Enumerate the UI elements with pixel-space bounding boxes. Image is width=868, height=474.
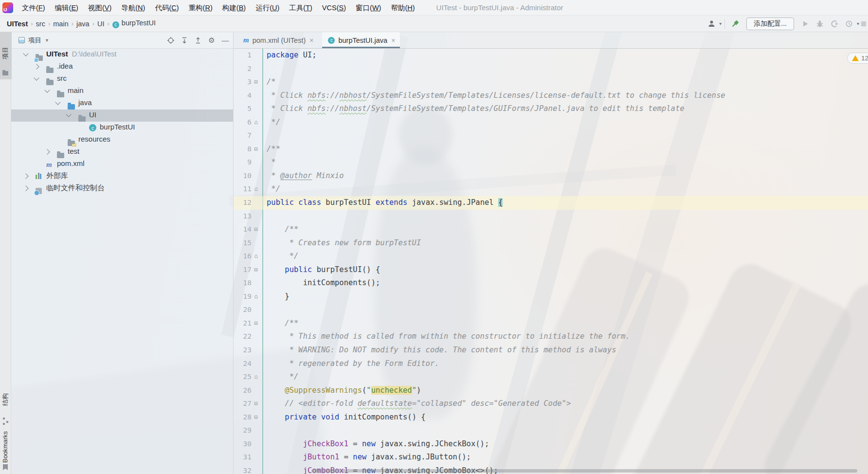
stripe-label-project: 项目	[1, 47, 10, 59]
profiler-icon[interactable]	[843, 18, 855, 30]
tree-item-test[interactable]: test	[11, 146, 233, 158]
fold-open-icon[interactable]: ⊟	[252, 263, 260, 277]
breadcrumb-item-java[interactable]: java	[74, 19, 91, 29]
hide-panel-icon[interactable]: —	[219, 35, 231, 46]
tree-item-burpTestUI[interactable]: burpTestUI	[11, 122, 233, 134]
tree-item-临时文件和控制台[interactable]: 临时文件和控制台	[11, 182, 233, 195]
chevron-down-icon[interactable]	[34, 75, 39, 80]
fold-close-icon[interactable]: ⌂	[252, 290, 260, 304]
chevron-down-icon[interactable]	[66, 111, 71, 117]
fold-gutter	[252, 330, 260, 344]
menu-item-7[interactable]: 运行(U)	[251, 0, 284, 16]
editor-tab-burpTestUI.java[interactable]: burpTestUI.java×	[322, 32, 400, 48]
user-caret-icon[interactable]: ▾	[719, 21, 722, 26]
menu-item-8[interactable]: 工具(T)	[284, 0, 317, 16]
chevron-right-icon[interactable]	[23, 185, 28, 191]
chevron-right-icon[interactable]	[23, 173, 28, 179]
chevron-right-icon[interactable]	[44, 149, 50, 154]
fold-gutter	[252, 237, 260, 250]
tree-item-label: java	[78, 98, 92, 107]
menu-item-0[interactable]: 文件(F)	[17, 0, 50, 16]
tree-item-UI[interactable]: UI	[11, 109, 233, 122]
menu-item-10[interactable]: 窗口(W)	[351, 0, 386, 16]
coverage-icon[interactable]	[828, 18, 841, 30]
panel-settings-gear-icon[interactable]: ⚙	[206, 35, 217, 46]
maven-icon	[243, 36, 249, 44]
menu-item-11[interactable]: 帮助(H)	[386, 0, 419, 16]
run-options-caret-icon[interactable]: ▾	[857, 21, 859, 26]
line-number: 15	[234, 237, 252, 250]
debug-icon[interactable]	[814, 18, 826, 30]
fold-open-icon[interactable]: ⊟	[252, 75, 260, 89]
fold-open-icon[interactable]: ⊟	[252, 397, 260, 411]
tree-item-src[interactable]: src	[11, 73, 233, 85]
tree-item-resources[interactable]: resources	[11, 134, 233, 146]
horizontal-scrollbar[interactable]	[311, 469, 857, 473]
code-text	[260, 303, 267, 317]
tree-item-java[interactable]: java	[11, 97, 233, 109]
menu-item-1[interactable]: 编辑(E)	[50, 0, 83, 16]
line-number: 5	[234, 102, 252, 116]
fold-open-icon[interactable]: ⊟	[252, 411, 260, 424]
chevron-down-icon[interactable]	[44, 87, 50, 92]
menu-item-9[interactable]: VCS(S)	[317, 0, 351, 16]
tab-close-icon[interactable]: ×	[391, 37, 395, 44]
menu-item-6[interactable]: 构建(B)	[217, 0, 251, 16]
add-configuration-button[interactable]: 添加配置...	[746, 18, 794, 30]
class-icon	[89, 124, 96, 131]
fold-close-icon[interactable]: ⌂	[252, 182, 260, 196]
tab-close-icon[interactable]: ×	[309, 37, 313, 44]
chevron-down-icon[interactable]	[55, 99, 60, 105]
breadcrumb-item-UI[interactable]: UI	[95, 19, 107, 29]
folder-icon	[78, 116, 86, 122]
editor-tab-pom.xml (UITest)[interactable]: pom.xml (UITest)×	[237, 32, 318, 48]
tree-item-UITest[interactable]: UITestD:\Idea\UITest	[11, 49, 233, 61]
tree-item-.idea[interactable]: .idea	[11, 61, 233, 73]
clipped-edge-icon	[860, 18, 867, 30]
inspections-widget[interactable]: 12	[847, 53, 868, 64]
run-icon[interactable]	[799, 18, 812, 30]
tree-item-pom.xml[interactable]: pom.xml	[11, 158, 233, 170]
breadcrumb: UITest›src›main›java›UI›burpTestUI	[5, 18, 158, 29]
stripe-button-bookmarks[interactable]: Bookmarks	[0, 427, 21, 474]
menu-item-2[interactable]: 视图(V)	[83, 0, 116, 16]
menu-item-3[interactable]: 导航(N)	[116, 0, 150, 16]
stripe-button-structure[interactable]: 结构	[0, 379, 21, 427]
stripe-button-project[interactable]: 项目	[0, 32, 12, 79]
tree-item-label: burpTestUI	[100, 123, 135, 131]
tree-item-main[interactable]: main	[11, 85, 233, 97]
fold-open-icon[interactable]: ⊟	[252, 317, 260, 330]
maven-icon	[46, 161, 52, 169]
fold-open-icon[interactable]: ⊟	[252, 143, 260, 156]
app-logo-icon: IJ	[2, 2, 13, 13]
build-hammer-icon[interactable]	[729, 18, 741, 30]
fold-open-icon[interactable]: ⊟	[252, 223, 260, 237]
locate-file-icon[interactable]	[165, 35, 177, 46]
expand-all-icon[interactable]	[179, 35, 190, 46]
tree-item-外部库[interactable]: 外部库	[11, 170, 233, 182]
chevron-down-icon[interactable]	[23, 51, 28, 56]
line-number: 28	[234, 411, 252, 424]
code-line-30: 30 jCheckBox1 = new javax.swing.JCheckBo…	[234, 438, 868, 451]
collapse-all-icon[interactable]	[192, 35, 204, 46]
code-line-5: 5 * Click nbfs://nbhost/SystemFileSystem…	[234, 102, 868, 116]
project-view-caret-icon[interactable]: ▼	[45, 38, 49, 43]
tree-item-label: main	[68, 86, 84, 94]
code-text: */	[260, 182, 280, 196]
code-line-20: 20	[234, 303, 868, 317]
code-editor[interactable]: 1package UI;23⊟/*4 * Click nbfs://nbhost…	[234, 49, 868, 474]
breadcrumb-item-src[interactable]: src	[34, 19, 47, 29]
breadcrumb-item-burpTestUI[interactable]: burpTestUI	[110, 18, 158, 29]
breadcrumb-item-main[interactable]: main	[51, 19, 70, 29]
fold-close-icon[interactable]: ⌂	[252, 370, 260, 384]
menu-item-4[interactable]: 代码(C)	[150, 0, 183, 16]
chevron-right-icon[interactable]	[34, 64, 39, 69]
fold-close-icon[interactable]: ⌂	[252, 250, 260, 263]
user-icon[interactable]	[705, 18, 718, 30]
menu-item-5[interactable]: 重构(R)	[184, 0, 217, 16]
code-line-25: 25⌂ */	[234, 370, 868, 384]
project-panel-title: 项目	[28, 36, 41, 45]
breadcrumb-item-UITest[interactable]: UITest	[5, 19, 30, 29]
line-number: 29	[234, 424, 252, 438]
fold-close-icon[interactable]: ⌂	[252, 116, 260, 129]
